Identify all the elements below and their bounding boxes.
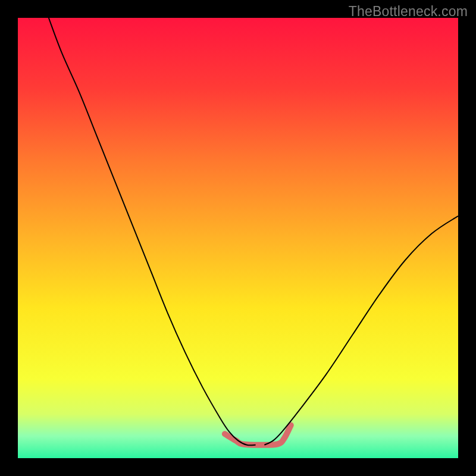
chart-container: TheBottleneck.com [0, 0, 476, 476]
gradient-backdrop [18, 18, 458, 458]
watermark-text: TheBottleneck.com [349, 4, 468, 20]
bottleneck-curve-chart [18, 18, 458, 458]
